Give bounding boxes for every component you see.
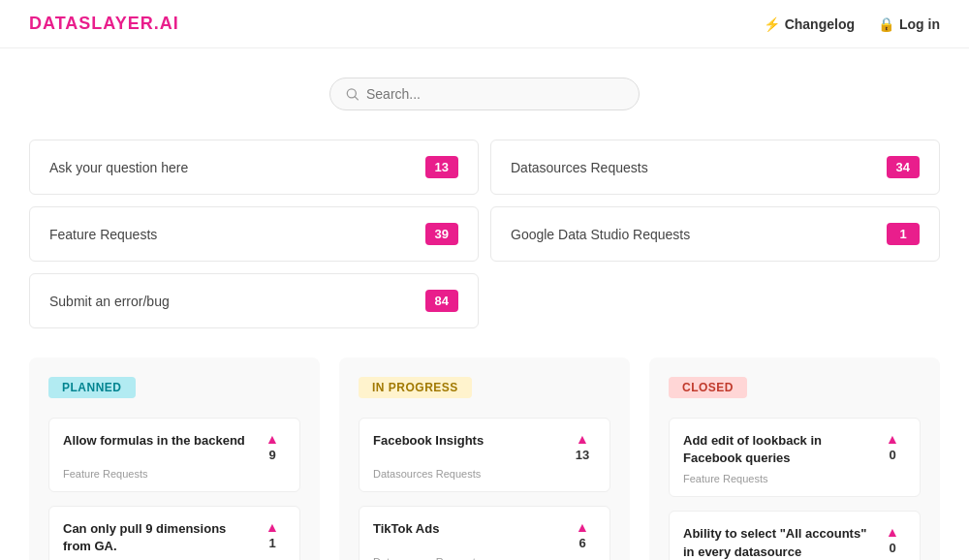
kanban-card[interactable]: Facebook Insights ▲ 13 Datasources Reque… <box>359 418 610 492</box>
changelog-link[interactable]: ⚡ Changelog <box>764 16 855 32</box>
card-row: Add edit of lookback in Facebook queries… <box>683 432 906 467</box>
kanban-card[interactable]: Allow formulas in the backend ▲ 9 Featur… <box>48 418 300 492</box>
card-meta: Feature Requests <box>63 468 286 480</box>
card-row: Can only pull 9 dimensions from GA. ▲ 1 <box>63 520 286 555</box>
upvote-icon[interactable]: ▲ <box>886 525 899 539</box>
search-box <box>329 78 640 110</box>
category-item[interactable]: Submit an error/bug 84 <box>29 273 479 328</box>
category-badge: 34 <box>887 156 920 178</box>
card-vote-count: 0 <box>889 448 895 462</box>
card-vote-section: ▲ 0 <box>879 525 906 555</box>
upvote-icon[interactable]: ▲ <box>576 432 589 446</box>
upvote-icon[interactable]: ▲ <box>266 432 279 446</box>
upvote-icon[interactable]: ▲ <box>266 520 279 534</box>
card-vote-count: 13 <box>576 448 589 462</box>
col-header-closed: CLOSED <box>669 377 921 398</box>
categories-grid: Ask your question here 13 Datasources Re… <box>29 140 940 328</box>
card-vote-section: ▲ 6 <box>569 520 596 550</box>
logo: DATASLAYER.AI <box>29 14 179 34</box>
card-vote-count: 9 <box>268 448 275 462</box>
card-vote-section: ▲ 1 <box>259 520 286 550</box>
lock-icon: 🔒 <box>878 16 894 32</box>
kanban-col-inprogress: IN PROGRESS Facebook Insights ▲ 13 Datas… <box>339 358 630 560</box>
card-vote-count: 1 <box>268 536 275 550</box>
category-label: Ask your question here <box>49 160 188 175</box>
changelog-label: Changelog <box>785 16 855 32</box>
card-row: Ability to select "All accounts" in ever… <box>683 525 906 560</box>
login-link[interactable]: 🔒 Log in <box>878 16 940 32</box>
kanban-board: PLANNED Allow formulas in the backend ▲ … <box>29 358 940 560</box>
upvote-icon[interactable]: ▲ <box>576 520 589 534</box>
card-vote-section: ▲ 0 <box>879 432 906 462</box>
kanban-col-closed: CLOSED Add edit of lookback in Facebook … <box>649 358 940 560</box>
card-title: Ability to select "All accounts" in ever… <box>683 525 871 560</box>
category-label: Datasources Requests <box>511 160 648 175</box>
card-title: TikTok Ads <box>373 520 561 538</box>
login-label: Log in <box>899 16 940 32</box>
kanban-card[interactable]: TikTok Ads ▲ 6 Datasources Requests <box>359 506 610 560</box>
col-badge-inprogress: IN PROGRESS <box>359 377 472 398</box>
search-container <box>0 48 969 120</box>
category-label: Feature Requests <box>49 227 157 242</box>
category-badge: 39 <box>425 223 458 245</box>
upvote-icon[interactable]: ▲ <box>886 432 899 446</box>
card-meta: Datasources Requests <box>373 556 596 560</box>
col-badge-closed: CLOSED <box>669 377 747 398</box>
search-input[interactable] <box>366 86 623 102</box>
card-title: Can only pull 9 dimensions from GA. <box>63 520 251 555</box>
col-badge-planned: PLANNED <box>48 377 136 398</box>
card-title: Facebook Insights <box>373 432 561 450</box>
card-meta: Feature Requests <box>683 473 906 484</box>
card-vote-count: 0 <box>889 541 895 555</box>
header-right: ⚡ Changelog 🔒 Log in <box>764 16 940 32</box>
col-header-inprogress: IN PROGRESS <box>359 377 610 398</box>
card-row: TikTok Ads ▲ 6 <box>373 520 596 550</box>
kanban-col-planned: PLANNED Allow formulas in the backend ▲ … <box>29 358 320 560</box>
card-meta: Datasources Requests <box>373 468 596 480</box>
svg-line-1 <box>355 97 358 100</box>
header: DATASLAYER.AI ⚡ Changelog 🔒 Log in <box>0 0 969 48</box>
bolt-icon: ⚡ <box>764 16 780 32</box>
category-item[interactable]: Google Data Studio Requests 1 <box>490 206 940 262</box>
kanban-card[interactable]: Can only pull 9 dimensions from GA. ▲ 1 … <box>48 506 300 560</box>
kanban-card[interactable]: Add edit of lookback in Facebook queries… <box>669 418 921 497</box>
card-vote-count: 6 <box>578 536 585 550</box>
card-vote-section: ▲ 13 <box>569 432 596 462</box>
category-item[interactable]: Datasources Requests 34 <box>490 140 940 195</box>
category-badge: 1 <box>887 223 920 245</box>
category-item[interactable]: Ask your question here 13 <box>29 140 479 195</box>
kanban-card[interactable]: Ability to select "All accounts" in ever… <box>669 511 921 560</box>
card-title: Add edit of lookback in Facebook queries <box>683 432 871 467</box>
main: Ask your question here 13 Datasources Re… <box>0 120 969 560</box>
card-row: Facebook Insights ▲ 13 <box>373 432 596 462</box>
col-header-planned: PLANNED <box>48 377 300 398</box>
category-item[interactable]: Feature Requests 39 <box>29 206 479 262</box>
category-badge: 13 <box>425 156 458 178</box>
search-icon <box>346 87 359 101</box>
category-badge: 84 <box>425 290 458 312</box>
card-title: Allow formulas in the backend <box>63 432 251 450</box>
category-label: Submit an error/bug <box>49 294 170 309</box>
category-label: Google Data Studio Requests <box>511 227 690 242</box>
card-row: Allow formulas in the backend ▲ 9 <box>63 432 286 462</box>
card-vote-section: ▲ 9 <box>259 432 286 462</box>
